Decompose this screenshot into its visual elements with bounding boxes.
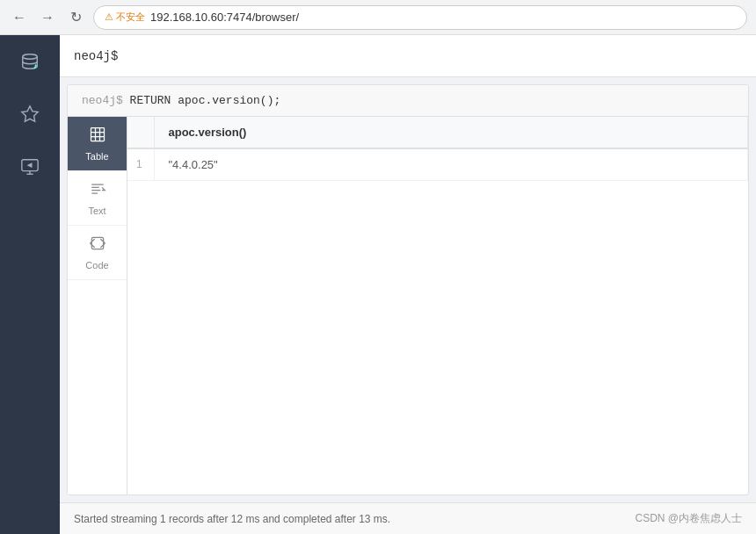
browser-chrome: ← → ↻ ⚠ 不安全 192.168.10.60:7474/browser/ bbox=[0, 0, 756, 35]
database-icon[interactable] bbox=[12, 44, 47, 79]
query-bar bbox=[60, 35, 756, 77]
view-tabs: Table Text bbox=[68, 117, 127, 494]
content-area: neo4j$ RETURN apoc.version(); bbox=[60, 35, 756, 534]
address-bar[interactable]: ⚠ 不安全 192.168.10.60:7474/browser/ bbox=[93, 5, 747, 30]
table-view: apoc.version() 1 "4.4.0.25" bbox=[127, 117, 748, 494]
status-text: Started streaming 1 records after 12 ms … bbox=[74, 513, 390, 525]
row-number-1: 1 bbox=[127, 148, 154, 181]
back-button[interactable]: ← bbox=[9, 7, 30, 28]
table-header-row: apoc.version() bbox=[127, 117, 748, 148]
refresh-button[interactable]: ↻ bbox=[65, 7, 86, 28]
column-header-apoc-version: apoc.version() bbox=[154, 117, 748, 148]
result-table: apoc.version() 1 "4.4.0.25" bbox=[127, 117, 748, 181]
tab-code-label: Code bbox=[85, 260, 108, 271]
tab-code[interactable]: Code bbox=[68, 226, 127, 280]
table-tab-icon bbox=[89, 126, 106, 148]
table-row: 1 "4.4.0.25" bbox=[127, 148, 748, 181]
warning-icon: ⚠ bbox=[105, 11, 113, 23]
result-query-text: RETURN apoc.version(); bbox=[123, 94, 280, 107]
cell-apoc-version: "4.4.0.25" bbox=[154, 148, 748, 181]
svg-rect-7 bbox=[91, 128, 104, 141]
text-tab-icon bbox=[89, 180, 106, 202]
security-badge: ⚠ 不安全 bbox=[105, 11, 145, 24]
watermark-text: CSDN @内卷焦虑人士 bbox=[635, 511, 742, 526]
tab-text-label: Text bbox=[88, 206, 105, 216]
code-tab-icon bbox=[89, 235, 106, 256]
svg-rect-12 bbox=[91, 237, 103, 249]
monitor-icon[interactable] bbox=[12, 149, 47, 184]
tab-table[interactable]: Table bbox=[68, 117, 127, 171]
query-input[interactable] bbox=[74, 49, 742, 63]
sidebar bbox=[0, 35, 60, 534]
result-panel: neo4j$ RETURN apoc.version(); bbox=[67, 84, 749, 495]
tab-table-label: Table bbox=[85, 151, 108, 162]
url-text: 192.168.10.60:7474/browser/ bbox=[150, 11, 299, 24]
row-num-header bbox=[127, 117, 154, 148]
status-bar: Started streaming 1 records after 12 ms … bbox=[60, 502, 756, 534]
result-body: Table Text bbox=[68, 117, 748, 494]
result-prompt: neo4j$ bbox=[82, 94, 123, 107]
svg-marker-2 bbox=[22, 106, 38, 121]
result-query-header: neo4j$ RETURN apoc.version(); bbox=[68, 85, 748, 117]
svg-point-0 bbox=[23, 54, 38, 60]
app-layout: neo4j$ RETURN apoc.version(); bbox=[0, 35, 756, 534]
forward-button[interactable]: → bbox=[37, 7, 58, 28]
favorites-icon[interactable] bbox=[12, 97, 47, 132]
tab-text[interactable]: Text bbox=[68, 171, 127, 226]
svg-marker-6 bbox=[28, 163, 32, 167]
